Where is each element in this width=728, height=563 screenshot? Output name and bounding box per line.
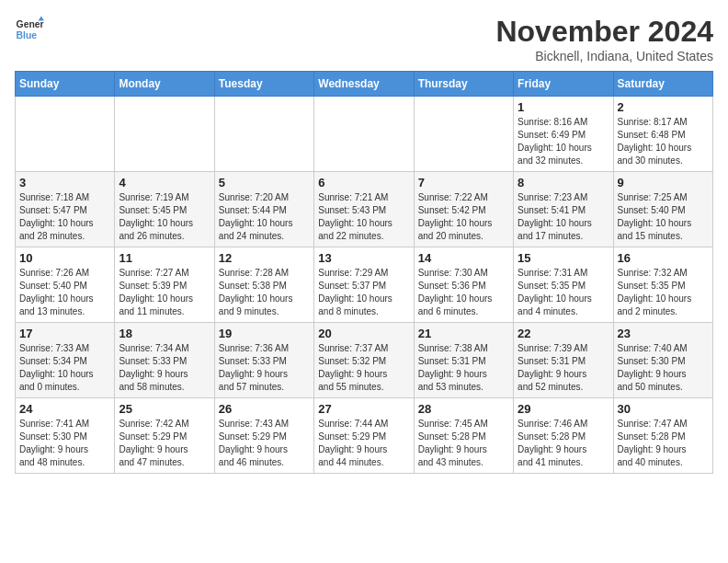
- weekday-header: Friday: [514, 72, 613, 97]
- day-number: 10: [19, 251, 110, 265]
- calendar-cell: 24Sunrise: 7:41 AM Sunset: 5:30 PM Dayli…: [16, 398, 115, 474]
- calendar-table: SundayMondayTuesdayWednesdayThursdayFrid…: [15, 71, 713, 474]
- calendar-cell: 1Sunrise: 8:16 AM Sunset: 6:49 PM Daylig…: [514, 97, 613, 172]
- weekday-header: Sunday: [16, 72, 115, 97]
- day-info: Sunrise: 7:28 AM Sunset: 5:38 PM Dayligh…: [219, 267, 310, 318]
- calendar-cell: 2Sunrise: 8:17 AM Sunset: 6:48 PM Daylig…: [613, 97, 712, 172]
- calendar-cell: [214, 97, 313, 172]
- day-number: 2: [618, 100, 709, 114]
- day-number: 5: [219, 176, 310, 190]
- calendar-cell: [414, 97, 513, 172]
- page-header: General Blue November 2024 Bicknell, Ind…: [15, 15, 713, 63]
- calendar-cell: 16Sunrise: 7:32 AM Sunset: 5:35 PM Dayli…: [613, 247, 712, 323]
- day-info: Sunrise: 7:33 AM Sunset: 5:34 PM Dayligh…: [19, 342, 110, 394]
- calendar-cell: 19Sunrise: 7:36 AM Sunset: 5:33 PM Dayli…: [214, 323, 313, 398]
- day-number: 3: [19, 176, 110, 190]
- weekday-header: Wednesday: [314, 72, 414, 97]
- day-number: 29: [518, 402, 609, 416]
- weekday-header: Monday: [115, 72, 214, 97]
- day-number: 13: [318, 251, 409, 265]
- day-info: Sunrise: 7:46 AM Sunset: 5:28 PM Dayligh…: [518, 418, 609, 469]
- logo-icon: General Blue: [15, 15, 44, 44]
- day-number: 9: [618, 176, 709, 190]
- day-number: 18: [119, 327, 210, 340]
- day-number: 7: [418, 176, 509, 190]
- day-info: Sunrise: 7:37 AM Sunset: 5:32 PM Dayligh…: [318, 342, 409, 394]
- day-info: Sunrise: 7:32 AM Sunset: 5:35 PM Dayligh…: [618, 267, 709, 318]
- calendar-week-row: 3Sunrise: 7:18 AM Sunset: 5:47 PM Daylig…: [16, 172, 713, 247]
- day-info: Sunrise: 7:23 AM Sunset: 5:41 PM Dayligh…: [518, 191, 609, 243]
- calendar-week-row: 1Sunrise: 8:16 AM Sunset: 6:49 PM Daylig…: [16, 97, 713, 172]
- day-number: 1: [518, 100, 609, 114]
- calendar-cell: 12Sunrise: 7:28 AM Sunset: 5:38 PM Dayli…: [214, 247, 313, 323]
- month-title: November 2024: [495, 15, 713, 49]
- day-number: 4: [119, 176, 210, 190]
- day-info: Sunrise: 8:17 AM Sunset: 6:48 PM Dayligh…: [618, 116, 709, 167]
- logo: General Blue: [15, 15, 44, 44]
- calendar-cell: 3Sunrise: 7:18 AM Sunset: 5:47 PM Daylig…: [16, 172, 115, 247]
- day-number: 25: [119, 402, 210, 416]
- calendar-week-row: 10Sunrise: 7:26 AM Sunset: 5:40 PM Dayli…: [16, 247, 713, 323]
- day-info: Sunrise: 7:39 AM Sunset: 5:31 PM Dayligh…: [518, 342, 609, 394]
- day-info: Sunrise: 7:42 AM Sunset: 5:29 PM Dayligh…: [119, 418, 210, 469]
- day-number: 14: [418, 251, 509, 265]
- calendar-cell: 30Sunrise: 7:47 AM Sunset: 5:28 PM Dayli…: [613, 398, 712, 474]
- day-number: 22: [518, 327, 609, 340]
- day-number: 28: [418, 402, 509, 416]
- svg-marker-2: [39, 17, 44, 21]
- day-info: Sunrise: 7:47 AM Sunset: 5:28 PM Dayligh…: [618, 418, 709, 469]
- svg-text:General: General: [17, 19, 44, 29]
- day-number: 15: [518, 251, 609, 265]
- calendar-header-row: SundayMondayTuesdayWednesdayThursdayFrid…: [16, 72, 713, 97]
- day-info: Sunrise: 7:18 AM Sunset: 5:47 PM Dayligh…: [19, 191, 110, 243]
- day-info: Sunrise: 7:27 AM Sunset: 5:39 PM Dayligh…: [119, 267, 210, 318]
- day-info: Sunrise: 7:34 AM Sunset: 5:33 PM Dayligh…: [119, 342, 210, 394]
- calendar-cell: 7Sunrise: 7:22 AM Sunset: 5:42 PM Daylig…: [414, 172, 513, 247]
- calendar-cell: 22Sunrise: 7:39 AM Sunset: 5:31 PM Dayli…: [514, 323, 613, 398]
- day-info: Sunrise: 7:21 AM Sunset: 5:43 PM Dayligh…: [318, 191, 409, 243]
- calendar-cell: 14Sunrise: 7:30 AM Sunset: 5:36 PM Dayli…: [414, 247, 513, 323]
- day-number: 20: [318, 327, 409, 340]
- weekday-header: Saturday: [613, 72, 712, 97]
- day-info: Sunrise: 7:36 AM Sunset: 5:33 PM Dayligh…: [219, 342, 310, 394]
- day-info: Sunrise: 7:30 AM Sunset: 5:36 PM Dayligh…: [418, 267, 509, 318]
- title-area: November 2024 Bicknell, Indiana, United …: [495, 15, 713, 63]
- day-info: Sunrise: 7:38 AM Sunset: 5:31 PM Dayligh…: [418, 342, 509, 394]
- day-info: Sunrise: 7:31 AM Sunset: 5:35 PM Dayligh…: [518, 267, 609, 318]
- day-info: Sunrise: 7:22 AM Sunset: 5:42 PM Dayligh…: [418, 191, 509, 243]
- calendar-cell: 20Sunrise: 7:37 AM Sunset: 5:32 PM Dayli…: [314, 323, 414, 398]
- weekday-header: Tuesday: [214, 72, 313, 97]
- calendar-cell: 8Sunrise: 7:23 AM Sunset: 5:41 PM Daylig…: [514, 172, 613, 247]
- svg-text:Blue: Blue: [17, 30, 38, 40]
- calendar-cell: 6Sunrise: 7:21 AM Sunset: 5:43 PM Daylig…: [314, 172, 414, 247]
- calendar-cell: 4Sunrise: 7:19 AM Sunset: 5:45 PM Daylig…: [115, 172, 214, 247]
- day-number: 30: [618, 402, 709, 416]
- calendar-cell: 28Sunrise: 7:45 AM Sunset: 5:28 PM Dayli…: [414, 398, 513, 474]
- day-info: Sunrise: 7:25 AM Sunset: 5:40 PM Dayligh…: [618, 191, 709, 243]
- day-number: 26: [219, 402, 310, 416]
- day-info: Sunrise: 7:41 AM Sunset: 5:30 PM Dayligh…: [19, 418, 110, 469]
- day-number: 19: [219, 327, 310, 340]
- calendar-cell: 17Sunrise: 7:33 AM Sunset: 5:34 PM Dayli…: [16, 323, 115, 398]
- calendar-cell: 9Sunrise: 7:25 AM Sunset: 5:40 PM Daylig…: [613, 172, 712, 247]
- day-info: Sunrise: 7:29 AM Sunset: 5:37 PM Dayligh…: [318, 267, 409, 318]
- calendar-cell: 29Sunrise: 7:46 AM Sunset: 5:28 PM Dayli…: [514, 398, 613, 474]
- calendar-cell: 11Sunrise: 7:27 AM Sunset: 5:39 PM Dayli…: [115, 247, 214, 323]
- calendar-cell: 15Sunrise: 7:31 AM Sunset: 5:35 PM Dayli…: [514, 247, 613, 323]
- calendar-cell: 27Sunrise: 7:44 AM Sunset: 5:29 PM Dayli…: [314, 398, 414, 474]
- weekday-header: Thursday: [414, 72, 513, 97]
- day-number: 11: [119, 251, 210, 265]
- calendar-cell: 13Sunrise: 7:29 AM Sunset: 5:37 PM Dayli…: [314, 247, 414, 323]
- day-number: 24: [19, 402, 110, 416]
- calendar-week-row: 24Sunrise: 7:41 AM Sunset: 5:30 PM Dayli…: [16, 398, 713, 474]
- calendar-cell: 18Sunrise: 7:34 AM Sunset: 5:33 PM Dayli…: [115, 323, 214, 398]
- calendar-cell: 23Sunrise: 7:40 AM Sunset: 5:30 PM Dayli…: [613, 323, 712, 398]
- day-info: Sunrise: 7:26 AM Sunset: 5:40 PM Dayligh…: [19, 267, 110, 318]
- day-info: Sunrise: 7:43 AM Sunset: 5:29 PM Dayligh…: [219, 418, 310, 469]
- day-number: 6: [318, 176, 409, 190]
- calendar-cell: [115, 97, 214, 172]
- day-number: 21: [418, 327, 509, 340]
- day-number: 27: [318, 402, 409, 416]
- calendar-cell: 5Sunrise: 7:20 AM Sunset: 5:44 PM Daylig…: [214, 172, 313, 247]
- calendar-week-row: 17Sunrise: 7:33 AM Sunset: 5:34 PM Dayli…: [16, 323, 713, 398]
